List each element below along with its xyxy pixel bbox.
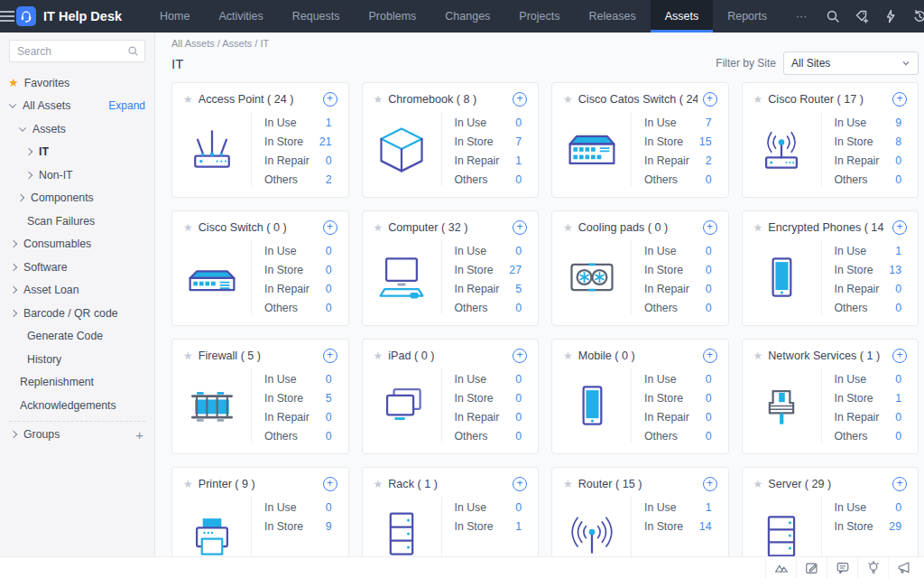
add-asset-button[interactable]: + xyxy=(703,477,717,491)
stat-value[interactable]: 0 xyxy=(706,411,712,424)
stat-value[interactable]: 0 xyxy=(706,392,712,405)
nav-item-releases[interactable]: Releases xyxy=(575,0,651,33)
stat-value[interactable]: 0 xyxy=(326,154,332,167)
breadcrumb[interactable]: All Assets / Assets / IT xyxy=(171,38,919,49)
add-asset-button[interactable]: + xyxy=(513,477,527,491)
stat-value[interactable]: 0 xyxy=(706,302,712,314)
stat-value[interactable]: 0 xyxy=(895,173,901,186)
add-asset-button[interactable]: + xyxy=(703,92,717,107)
nav-item-projects[interactable]: Projects xyxy=(504,0,574,33)
stat-value[interactable]: 0 xyxy=(515,392,522,405)
nav-item-activities[interactable]: Activities xyxy=(204,0,277,33)
stat-value[interactable]: 0 xyxy=(515,302,522,314)
favorite-star-icon[interactable]: ★ xyxy=(563,479,573,489)
favorite-star-icon[interactable]: ★ xyxy=(374,94,383,105)
favorite-star-icon[interactable]: ★ xyxy=(563,350,573,361)
comment-icon[interactable] xyxy=(827,557,857,578)
favorite-star-icon[interactable]: ★ xyxy=(563,222,573,233)
add-asset-button[interactable]: + xyxy=(892,477,907,491)
nav-item-reports[interactable]: Reports xyxy=(713,0,781,33)
stat-value[interactable]: 9 xyxy=(326,520,332,533)
sidebar-item-asset-loan[interactable]: Asset Loan xyxy=(0,279,154,303)
nav-item-changes[interactable]: Changes xyxy=(430,0,504,33)
hamburger-menu-icon[interactable] xyxy=(0,0,14,33)
search-input[interactable] xyxy=(9,40,145,62)
favorite-star-icon[interactable]: ★ xyxy=(183,479,193,489)
site-filter-dropdown[interactable]: All Sites xyxy=(783,51,919,75)
favorite-star-icon[interactable]: ★ xyxy=(374,222,383,233)
stat-value[interactable]: 0 xyxy=(895,283,901,295)
stat-value[interactable]: 7 xyxy=(706,117,712,129)
favorite-star-icon[interactable]: ★ xyxy=(183,350,193,361)
stat-value[interactable]: 29 xyxy=(889,520,901,533)
nav-item-assets[interactable]: Assets xyxy=(651,0,714,33)
stat-value[interactable]: 0 xyxy=(895,411,901,424)
app-brand[interactable]: IT Help Desk xyxy=(14,0,145,33)
megaphone-icon[interactable] xyxy=(888,557,919,578)
stat-value[interactable]: 1 xyxy=(895,245,901,257)
sidebar-item-components[interactable]: Components xyxy=(0,187,154,210)
stat-value[interactable]: 1 xyxy=(515,520,522,533)
stat-value[interactable]: 0 xyxy=(706,245,712,257)
history-icon[interactable] xyxy=(908,5,924,28)
nav-item-more[interactable]: ··· xyxy=(781,0,822,33)
search-icon[interactable] xyxy=(821,5,844,28)
favorite-star-icon[interactable]: ★ xyxy=(753,350,763,361)
stat-value[interactable]: 0 xyxy=(706,264,712,276)
stat-value[interactable]: 0 xyxy=(706,283,712,295)
sidebar-item-barcode-qr-code[interactable]: Barcode / QR code xyxy=(0,302,154,325)
stat-value[interactable]: 1 xyxy=(515,154,522,167)
sidebar-item-history[interactable]: History xyxy=(0,348,154,371)
stat-value[interactable]: 0 xyxy=(895,302,901,314)
stat-value[interactable]: 0 xyxy=(326,501,332,514)
nav-item-requests[interactable]: Requests xyxy=(278,0,355,33)
stat-value[interactable]: 1 xyxy=(895,392,901,405)
stat-value[interactable]: 2 xyxy=(706,154,712,167)
compose-icon[interactable] xyxy=(796,557,827,578)
stat-value[interactable]: 0 xyxy=(515,117,522,129)
favorite-star-icon[interactable]: ★ xyxy=(563,94,573,105)
stat-value[interactable]: 0 xyxy=(326,430,332,443)
sidebar-item-software[interactable]: Software xyxy=(0,256,154,279)
stat-value[interactable]: 0 xyxy=(895,373,901,386)
stat-value[interactable]: 0 xyxy=(515,173,522,186)
stat-value[interactable]: 27 xyxy=(509,264,522,276)
tag-add-icon[interactable] xyxy=(850,5,873,28)
stat-value[interactable]: 15 xyxy=(699,135,712,148)
favorite-star-icon[interactable]: ★ xyxy=(753,479,763,489)
stat-value[interactable]: 0 xyxy=(326,264,332,276)
expand-link[interactable]: Expand xyxy=(108,99,145,112)
stat-value[interactable]: 0 xyxy=(895,501,901,514)
sidebar-item-assets[interactable]: Assets xyxy=(0,117,154,141)
sidebar-item-non-it[interactable]: Non-IT xyxy=(0,163,154,187)
stat-value[interactable]: 0 xyxy=(706,430,712,443)
favorite-star-icon[interactable]: ★ xyxy=(374,350,383,361)
sidebar-item-all-assets[interactable]: All Assets Expand xyxy=(0,95,154,118)
bulb-icon[interactable] xyxy=(857,557,888,578)
stat-value[interactable]: 0 xyxy=(326,245,332,257)
nav-item-problems[interactable]: Problems xyxy=(355,0,431,33)
add-asset-button[interactable]: + xyxy=(513,349,527,363)
favorite-star-icon[interactable]: ★ xyxy=(753,222,763,233)
add-asset-button[interactable]: + xyxy=(892,349,907,363)
stat-value[interactable]: 0 xyxy=(515,501,522,514)
stat-value[interactable]: 0 xyxy=(326,411,332,424)
stat-value[interactable]: 0 xyxy=(706,373,712,386)
stat-value[interactable]: 0 xyxy=(326,373,332,386)
nav-item-home[interactable]: Home xyxy=(145,0,204,33)
flash-icon[interactable] xyxy=(879,5,901,28)
sidebar-item-favorites[interactable]: ★ Favorites xyxy=(0,71,154,95)
favorite-star-icon[interactable]: ★ xyxy=(183,94,193,105)
stat-value[interactable]: 0 xyxy=(515,411,522,424)
stat-value[interactable]: 8 xyxy=(895,135,901,148)
stat-value[interactable]: 14 xyxy=(699,520,712,533)
stat-value[interactable]: 0 xyxy=(326,283,332,295)
favorite-star-icon[interactable]: ★ xyxy=(753,94,763,105)
stat-value[interactable]: 9 xyxy=(895,117,901,129)
mountains-icon[interactable] xyxy=(765,557,796,578)
stat-value[interactable]: 0 xyxy=(326,302,332,314)
stat-value[interactable]: 1 xyxy=(706,501,712,514)
add-group-button[interactable]: + xyxy=(135,427,143,443)
sidebar-item-consumables[interactable]: Consumables xyxy=(0,233,154,256)
sidebar-item-scan-failures[interactable]: Scan Failures xyxy=(0,210,154,233)
